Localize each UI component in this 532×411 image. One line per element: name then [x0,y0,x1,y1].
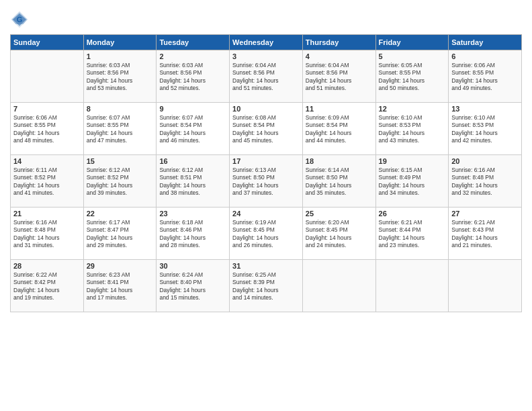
day-info: Sunrise: 6:10 AMSunset: 8:53 PMDaylight:… [451,114,519,145]
week-row-1: 1Sunrise: 6:03 AMSunset: 8:56 PMDaylight… [11,50,522,103]
day-number: 9 [159,105,226,113]
day-info: Sunrise: 6:03 AMSunset: 8:56 PMDaylight:… [87,62,154,93]
week-row-2: 7Sunrise: 6:06 AMSunset: 8:55 PMDaylight… [11,103,522,155]
day-info: Sunrise: 6:10 AMSunset: 8:53 PMDaylight:… [379,114,446,145]
day-info: Sunrise: 6:16 AMSunset: 8:48 PMDaylight:… [13,219,81,250]
day-number: 20 [451,157,519,165]
day-number: 16 [159,157,226,165]
day-number: 12 [379,105,446,113]
day-number: 27 [451,210,519,218]
day-info: Sunrise: 6:08 AMSunset: 8:54 PMDaylight:… [232,114,300,145]
logo: G [10,10,32,29]
day-number: 15 [87,157,154,165]
day-number: 7 [13,105,81,113]
day-number: 31 [232,262,300,270]
day-cell: 21Sunrise: 6:16 AMSunset: 8:48 PMDayligh… [11,208,84,260]
day-number: 24 [232,210,300,218]
day-info: Sunrise: 6:18 AMSunset: 8:46 PMDaylight:… [159,219,226,250]
day-info: Sunrise: 6:16 AMSunset: 8:48 PMDaylight:… [451,167,519,197]
day-cell: 24Sunrise: 6:19 AMSunset: 8:45 PMDayligh… [230,208,303,260]
svg-text:G: G [17,15,23,24]
header-row: SundayMondayTuesdayWednesdayThursdayFrid… [11,35,522,50]
day-info: Sunrise: 6:06 AMSunset: 8:55 PMDaylight:… [451,62,519,93]
calendar-table: SundayMondayTuesdayWednesdayThursdayFrid… [10,34,522,312]
day-cell: 14Sunrise: 6:11 AMSunset: 8:52 PMDayligh… [11,155,84,208]
day-cell: 10Sunrise: 6:08 AMSunset: 8:54 PMDayligh… [230,103,303,155]
day-cell: 22Sunrise: 6:17 AMSunset: 8:47 PMDayligh… [83,208,157,260]
day-info: Sunrise: 6:19 AMSunset: 8:45 PMDaylight:… [232,219,300,250]
day-number: 1 [87,52,154,60]
day-cell: 13Sunrise: 6:10 AMSunset: 8:53 PMDayligh… [449,103,522,155]
day-cell: 1Sunrise: 6:03 AMSunset: 8:56 PMDaylight… [83,50,157,103]
day-info: Sunrise: 6:06 AMSunset: 8:55 PMDaylight:… [13,114,81,145]
week-row-3: 14Sunrise: 6:11 AMSunset: 8:52 PMDayligh… [11,155,522,208]
day-cell: 7Sunrise: 6:06 AMSunset: 8:55 PMDaylight… [11,103,84,155]
day-number: 8 [87,105,154,113]
day-info: Sunrise: 6:25 AMSunset: 8:39 PMDaylight:… [232,271,300,302]
day-cell: 3Sunrise: 6:04 AMSunset: 8:56 PMDaylight… [230,50,303,103]
day-cell [449,260,522,312]
day-info: Sunrise: 6:15 AMSunset: 8:49 PMDaylight:… [379,167,446,197]
day-cell: 18Sunrise: 6:14 AMSunset: 8:50 PMDayligh… [302,155,375,208]
day-cell: 11Sunrise: 6:09 AMSunset: 8:54 PMDayligh… [302,103,375,155]
day-cell: 9Sunrise: 6:07 AMSunset: 8:54 PMDaylight… [157,103,230,155]
header-cell-thursday: Thursday [302,35,375,50]
day-cell: 12Sunrise: 6:10 AMSunset: 8:53 PMDayligh… [375,103,449,155]
day-info: Sunrise: 6:17 AMSunset: 8:47 PMDaylight:… [87,219,154,250]
day-cell: 27Sunrise: 6:21 AMSunset: 8:43 PMDayligh… [449,208,522,260]
day-info: Sunrise: 6:24 AMSunset: 8:40 PMDaylight:… [159,271,226,302]
day-cell [302,260,375,312]
day-cell: 17Sunrise: 6:13 AMSunset: 8:50 PMDayligh… [230,155,303,208]
day-info: Sunrise: 6:23 AMSunset: 8:41 PMDaylight:… [87,271,154,302]
day-number: 17 [232,157,300,165]
day-info: Sunrise: 6:04 AMSunset: 8:56 PMDaylight:… [306,62,373,93]
logo-icon: G [10,10,29,29]
day-cell: 25Sunrise: 6:20 AMSunset: 8:45 PMDayligh… [302,208,375,260]
day-number: 10 [232,105,300,113]
day-cell: 2Sunrise: 6:03 AMSunset: 8:56 PMDaylight… [157,50,230,103]
day-info: Sunrise: 6:11 AMSunset: 8:52 PMDaylight:… [13,167,81,197]
day-number: 4 [306,52,373,60]
day-info: Sunrise: 6:21 AMSunset: 8:43 PMDaylight:… [451,219,519,250]
day-number: 18 [306,157,373,165]
day-cell: 29Sunrise: 6:23 AMSunset: 8:41 PMDayligh… [83,260,157,312]
day-cell: 15Sunrise: 6:12 AMSunset: 8:52 PMDayligh… [83,155,157,208]
day-info: Sunrise: 6:03 AMSunset: 8:56 PMDaylight:… [159,62,226,93]
day-info: Sunrise: 6:12 AMSunset: 8:52 PMDaylight:… [87,167,154,197]
week-row-4: 21Sunrise: 6:16 AMSunset: 8:48 PMDayligh… [11,208,522,260]
day-cell: 20Sunrise: 6:16 AMSunset: 8:48 PMDayligh… [449,155,522,208]
day-number: 11 [306,105,373,113]
day-info: Sunrise: 6:22 AMSunset: 8:42 PMDaylight:… [13,271,81,302]
day-number: 21 [13,210,81,218]
header-cell-wednesday: Wednesday [230,35,303,50]
day-cell: 26Sunrise: 6:21 AMSunset: 8:44 PMDayligh… [375,208,449,260]
day-info: Sunrise: 6:14 AMSunset: 8:50 PMDaylight:… [306,167,373,197]
header-cell-sunday: Sunday [11,35,84,50]
day-number: 2 [159,52,226,60]
day-number: 14 [13,157,81,165]
day-info: Sunrise: 6:13 AMSunset: 8:50 PMDaylight:… [232,167,300,197]
day-cell: 28Sunrise: 6:22 AMSunset: 8:42 PMDayligh… [11,260,84,312]
day-number: 26 [379,210,446,218]
day-info: Sunrise: 6:20 AMSunset: 8:45 PMDaylight:… [306,219,373,250]
header-cell-tuesday: Tuesday [157,35,230,50]
calendar-container: G SundayMondayTuesdayWednesdayThursdayFr… [0,0,532,411]
day-number: 23 [159,210,226,218]
header: G [10,10,522,29]
day-cell: 23Sunrise: 6:18 AMSunset: 8:46 PMDayligh… [157,208,230,260]
day-info: Sunrise: 6:21 AMSunset: 8:44 PMDaylight:… [379,219,446,250]
day-cell: 5Sunrise: 6:05 AMSunset: 8:55 PMDaylight… [375,50,449,103]
day-cell: 8Sunrise: 6:07 AMSunset: 8:55 PMDaylight… [83,103,157,155]
day-info: Sunrise: 6:04 AMSunset: 8:56 PMDaylight:… [232,62,300,93]
header-cell-saturday: Saturday [449,35,522,50]
day-info: Sunrise: 6:07 AMSunset: 8:55 PMDaylight:… [87,114,154,145]
day-number: 25 [306,210,373,218]
day-cell: 31Sunrise: 6:25 AMSunset: 8:39 PMDayligh… [230,260,303,312]
day-info: Sunrise: 6:09 AMSunset: 8:54 PMDaylight:… [306,114,373,145]
day-number: 29 [87,262,154,270]
day-info: Sunrise: 6:07 AMSunset: 8:54 PMDaylight:… [159,114,226,145]
day-cell: 19Sunrise: 6:15 AMSunset: 8:49 PMDayligh… [375,155,449,208]
day-info: Sunrise: 6:05 AMSunset: 8:55 PMDaylight:… [379,62,446,93]
day-cell: 16Sunrise: 6:12 AMSunset: 8:51 PMDayligh… [157,155,230,208]
day-cell: 4Sunrise: 6:04 AMSunset: 8:56 PMDaylight… [302,50,375,103]
